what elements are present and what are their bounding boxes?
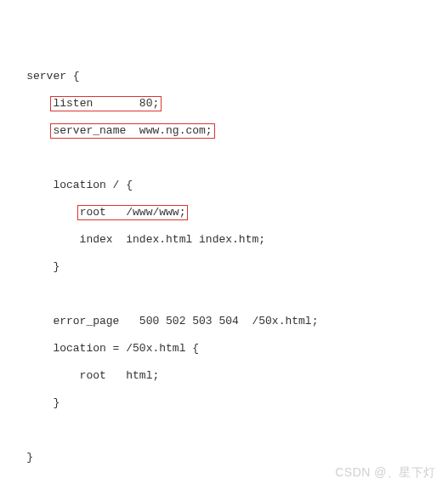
highlight-root-www: root /www/www; — [78, 206, 188, 219]
watermark: CSDN @、星下灯 — [335, 465, 436, 479]
code-line: index index.html index.htm; — [0, 233, 448, 247]
code-line: server_name www.ng.com; — [0, 124, 448, 138]
highlight-listen-www: listen 80; — [51, 97, 161, 111]
code-line — [0, 288, 448, 301]
code-line: root /www/www; — [0, 206, 448, 219]
code-line: server { — [0, 70, 448, 83]
code-line: location / { — [0, 179, 448, 192]
code-line: } — [0, 260, 448, 274]
code-line — [0, 478, 448, 484]
code-line: } — [0, 396, 448, 410]
indent — [0, 97, 53, 110]
code-line — [0, 424, 448, 437]
indent — [0, 124, 53, 137]
code-line — [0, 151, 448, 165]
code-line: listen 80; — [0, 97, 448, 111]
code-line: root html; — [0, 369, 448, 383]
code-line: location = /50x.html { — [0, 342, 448, 356]
code-block: server { listen 80; server_name www.ng.c… — [0, 56, 448, 484]
code-line: } — [0, 451, 448, 464]
highlight-servername-www: server_name www.ng.com; — [51, 124, 213, 138]
indent — [0, 206, 80, 219]
code-line: error_page 500 502 503 504 /50x.html; — [0, 315, 448, 328]
